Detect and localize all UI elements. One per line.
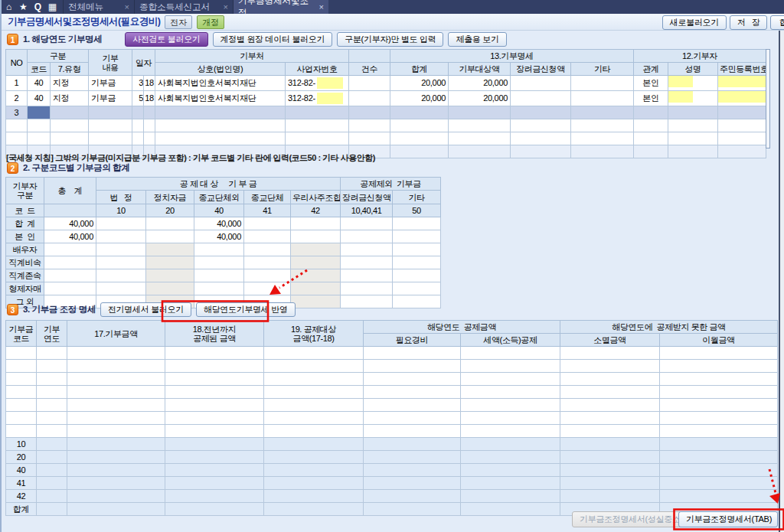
grid-cell[interactable] [341,256,393,269]
grid-cell[interactable] [37,490,67,503]
grid-cell[interactable] [390,132,449,145]
grid-cell[interactable] [341,217,393,230]
grid-cell[interactable] [132,119,144,132]
grid-cell[interactable]: 40,000 [44,230,96,243]
grid-cell[interactable] [291,217,341,230]
grid-cell[interactable]: 40 [28,91,51,106]
precheck-load-button[interactable]: 사전검토 불러오기 [125,32,207,47]
grid-cell[interactable] [165,425,264,438]
grid-cell[interactable] [349,132,390,145]
grid-cell[interactable] [461,399,560,412]
grid-cell[interactable] [37,412,67,425]
grid-cell[interactable] [165,464,264,477]
grid-cell[interactable] [660,412,778,425]
grid-cell[interactable] [165,477,264,490]
grid-cell[interactable] [264,438,364,451]
grid-cell[interactable]: 기부금 [89,76,132,91]
grid-cell[interactable] [6,132,28,145]
grid-cell[interactable] [511,119,571,132]
grid-cell[interactable]: 20,000 [449,76,511,91]
grid-cell[interactable] [37,503,67,516]
grid-cell[interactable]: 지정 [51,91,89,106]
tab-all-menu[interactable]: 전체메뉴 × [63,0,134,14]
grid-cell[interactable]: 10 [6,438,37,451]
grid-cell[interactable] [96,230,146,243]
grid-cell[interactable] [6,360,37,373]
grid-cell[interactable] [37,386,67,399]
grid-cell[interactable] [51,106,89,119]
grid-cell[interactable] [511,76,571,91]
grid-cell[interactable] [146,230,194,243]
grid-cell[interactable] [349,76,390,91]
grid-cell[interactable] [37,425,67,438]
grid-cell[interactable] [560,399,660,412]
grid-cell[interactable] [165,503,264,516]
cell-name[interactable] [668,91,718,106]
grid-cell[interactable] [96,269,146,282]
grid-cell[interactable] [393,217,441,230]
grid-cell[interactable] [718,132,766,145]
grid-cell[interactable] [390,145,449,158]
grid-cell[interactable] [96,243,146,256]
grid-cell[interactable] [286,106,349,119]
grid-cell[interactable] [560,490,660,503]
grid-cell[interactable] [660,347,778,360]
grid-cell[interactable] [393,243,441,256]
grid-cell[interactable] [449,145,511,158]
adjustment-statement-tab-button[interactable]: 기부금조정명세서(TAB) [678,511,778,527]
grid-cell[interactable] [6,425,37,438]
grid-cell[interactable]: 지정 [51,76,89,91]
cell-rrn[interactable] [718,91,766,106]
grid-cell[interactable] [44,269,96,282]
grid-cell[interactable] [364,451,461,464]
grid-cell[interactable] [244,282,291,295]
grid-cell[interactable] [571,132,634,145]
grid-cell[interactable] [364,477,461,490]
grid-cell[interactable] [461,490,560,503]
grid-cell[interactable] [364,347,461,360]
sum-button[interactable]: 합 [770,15,784,30]
grid-cell[interactable] [364,438,461,451]
grid-cell[interactable] [244,217,291,230]
grid-cell[interactable] [264,386,364,399]
grid-cell[interactable] [718,119,766,132]
grid-cell[interactable] [67,438,165,451]
grid-cell[interactable]: 5 [132,91,144,106]
grid-cell[interactable] [67,373,165,386]
grid-cell[interactable] [560,412,660,425]
grid-cell[interactable] [511,91,571,106]
grid-cell[interactable] [461,373,560,386]
tab-donation-statement[interactable]: 기부금명세서및조정 × [233,0,328,14]
grid-cell[interactable] [165,373,264,386]
grid-cell[interactable] [660,464,778,477]
grid-cell[interactable] [718,145,766,158]
grid-cell[interactable]: 3 [6,106,28,119]
grid-cell[interactable] [660,438,778,451]
grid-cell[interactable] [364,373,461,386]
grid-cell[interactable] [37,438,67,451]
grid-cell[interactable] [393,230,441,243]
grid-cell[interactable] [341,243,393,256]
grid-cell[interactable] [660,360,778,373]
grid-cell[interactable] [44,282,96,295]
apply-current-year-detail-button[interactable]: 해당연도기부명세 반영 [196,302,296,317]
grid-cell[interactable] [264,503,364,516]
grid-cell[interactable] [132,106,144,119]
grid-cell[interactable] [37,451,67,464]
grid-cell[interactable] [264,347,364,360]
grid-cell[interactable] [6,373,37,386]
grid-cell[interactable] [146,243,194,256]
grid-cell[interactable] [132,132,144,145]
grid-cell[interactable] [660,477,778,490]
grid-cell[interactable] [364,425,461,438]
grid-cell[interactable] [264,477,364,490]
grid-cell[interactable] [349,119,390,132]
menu-grid-icon[interactable]: ▦ [45,0,60,14]
grid-cell[interactable] [67,490,165,503]
grid-cell[interactable] [194,269,244,282]
grid-cell[interactable] [560,451,660,464]
grid-cell[interactable] [560,477,660,490]
grid-cell[interactable]: 18 [144,76,155,91]
grid-cell[interactable] [511,132,571,145]
selected-cell[interactable] [28,106,51,119]
